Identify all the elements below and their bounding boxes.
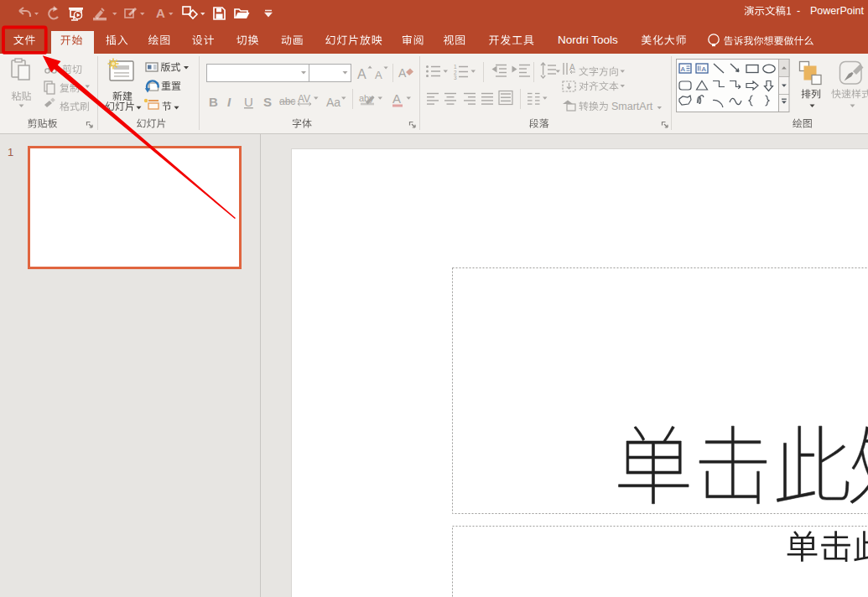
svg-text:PowerPoint: PowerPoint bbox=[810, 5, 864, 17]
svg-text:I: I bbox=[227, 95, 231, 109]
svg-text:A: A bbox=[398, 66, 407, 80]
svg-text:U: U bbox=[244, 95, 253, 109]
svg-text:3: 3 bbox=[454, 75, 457, 80]
svg-text:A: A bbox=[681, 65, 686, 73]
svg-text:AV: AV bbox=[298, 93, 310, 105]
svg-text:Nordri Tools: Nordri Tools bbox=[558, 34, 618, 46]
svg-text:A: A bbox=[392, 91, 401, 106]
svg-text:Aa: Aa bbox=[326, 96, 340, 109]
svg-text:SmartArt: SmartArt bbox=[611, 101, 653, 112]
svg-text:1: 1 bbox=[8, 146, 13, 158]
svg-text:A: A bbox=[375, 69, 382, 81]
svg-text:B: B bbox=[209, 95, 218, 109]
svg-text:A: A bbox=[357, 67, 366, 81]
svg-text:A: A bbox=[702, 65, 707, 73]
svg-text:abc: abc bbox=[279, 96, 295, 107]
svg-text:A: A bbox=[156, 6, 165, 20]
svg-text:S: S bbox=[263, 95, 272, 109]
svg-text:-: - bbox=[797, 5, 800, 17]
svg-text:A: A bbox=[569, 63, 575, 72]
